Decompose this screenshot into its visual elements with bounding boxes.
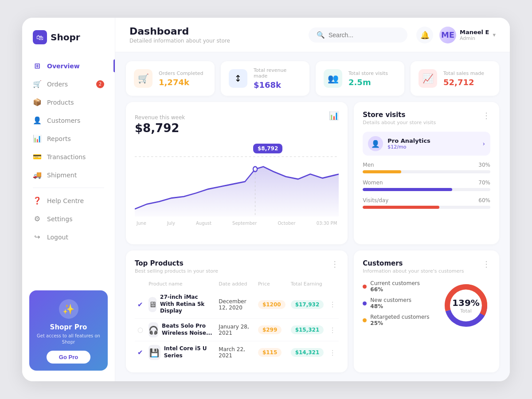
- top-products-sub: Best selling products in your store: [135, 268, 218, 274]
- chart-x-labels: JuneJulyAugustSeptemberOctober03:30 PM: [135, 221, 339, 226]
- search-bar[interactable]: 🔍: [309, 27, 407, 43]
- row-menu[interactable]: ⋮: [326, 341, 339, 364]
- customers-sub: Information about your store's customers: [363, 268, 464, 274]
- avatar: ME: [439, 27, 456, 43]
- sidebar-item-label: Shipment: [47, 172, 77, 179]
- mid-row: Revenue this week $8,792 📊: [115, 96, 510, 244]
- badge-orders: 2: [96, 80, 104, 88]
- table-col-header: Total Earning: [288, 279, 327, 290]
- check-icon: ✔: [137, 348, 143, 356]
- chart-x-label: September: [232, 221, 257, 226]
- pro-analytics-price: $12/mo: [387, 144, 430, 150]
- customers-icon: 👤: [33, 116, 42, 125]
- sidebar-item-reports[interactable]: 📊 Reports: [22, 129, 115, 148]
- notifications-bell[interactable]: 🔔: [416, 27, 433, 43]
- user-info: Maneel E Admin: [460, 29, 489, 41]
- bar-track: [363, 206, 490, 209]
- customers-card: Customers Information about your store's…: [354, 250, 499, 372]
- products-menu-icon[interactable]: ⋮: [331, 259, 339, 269]
- sidebar-item-transactions[interactable]: 💳 Transactions: [22, 148, 115, 166]
- logout-icon: ↪: [33, 233, 42, 241]
- row-check: ✔: [135, 341, 146, 364]
- store-visits-sub: Details about your store visits: [363, 120, 436, 125]
- donut-area: Current customers 66% New customers 48% …: [363, 280, 490, 331]
- row-menu-icon[interactable]: ⋮: [329, 348, 336, 357]
- legend-label: Retargeted customers: [370, 314, 429, 320]
- row-price: $299: [255, 319, 288, 341]
- logo-icon: 🛍: [33, 30, 47, 44]
- shipment-icon: 🚚: [33, 171, 42, 179]
- nav-divider: [33, 188, 104, 188]
- product-thumbnail: 💾: [149, 345, 160, 360]
- store-visits-title: Store visits: [363, 111, 436, 119]
- stat-card: ↕ Total revenue made $168k: [221, 61, 309, 96]
- row-menu-icon[interactable]: ⋮: [329, 300, 336, 309]
- help-icon: ❓: [33, 196, 42, 205]
- settings-icon: ⚙: [33, 215, 42, 223]
- row-earning: $15,321: [288, 319, 327, 341]
- bar-track: [363, 188, 490, 191]
- legend-item: Current customers 66%: [363, 280, 434, 293]
- revenue-label: Revenue this week: [135, 114, 185, 121]
- sidebar-item-orders[interactable]: 🛒 Orders 2: [22, 75, 115, 93]
- bar-row: Men 30%: [363, 162, 490, 173]
- donut-chart: 139% Total: [442, 281, 490, 330]
- stat-card: 📈 Total sales made 52,712: [411, 61, 499, 96]
- go-pro-button[interactable]: Go Pro: [47, 351, 90, 364]
- sidebar-item-logout[interactable]: ↪ Logout: [22, 228, 115, 246]
- logo: 🛍 Shopr: [22, 30, 115, 57]
- table-col-header: [135, 279, 146, 290]
- customers-menu-icon[interactable]: ⋮: [482, 259, 490, 269]
- row-date: March 22, 2021: [216, 341, 255, 364]
- pro-icon: ✨: [59, 299, 78, 319]
- stat-label: Total store visits: [348, 70, 388, 76]
- user-avatar-block[interactable]: ME Maneel E Admin ▾: [439, 27, 496, 43]
- row-menu[interactable]: ⋮: [326, 290, 339, 318]
- header-title-block: Dashboard Detailed information about you…: [129, 26, 309, 44]
- sidebar-item-label: Help Centre: [47, 197, 84, 204]
- table-row: ✔ 💾 Intel Core i5 U Series March 22, 202…: [135, 341, 339, 364]
- store-visits-card: Store visits Details about your store vi…: [354, 102, 499, 244]
- row-menu-icon[interactable]: ⋮: [329, 326, 336, 334]
- bar-label: Visits/day: [363, 197, 388, 203]
- stat-value: 1,274k: [159, 78, 203, 87]
- bot-row: Top Products Best selling products in yo…: [115, 244, 510, 381]
- sidebar-item-help[interactable]: ❓ Help Centre: [22, 192, 115, 210]
- visits-menu-icon[interactable]: ⋮: [482, 111, 490, 120]
- row-earning: $17,932: [288, 290, 327, 318]
- legend-percent: 48%: [370, 303, 411, 309]
- sidebar-item-products[interactable]: 📦 Products: [22, 93, 115, 111]
- legend-dot: [363, 318, 367, 322]
- legend-percent: 25%: [370, 320, 429, 326]
- legend-item: Retargeted customers 25%: [363, 314, 434, 326]
- sidebar-item-label: Overview: [47, 63, 80, 70]
- overview-icon: ⊞: [33, 62, 42, 70]
- row-earning: $14,321: [288, 341, 327, 364]
- earning-badge: $15,321: [291, 325, 324, 334]
- sidebar-item-overview[interactable]: ⊞ Overview: [22, 57, 115, 75]
- bar-track: [363, 170, 490, 173]
- donut-legend: Current customers 66% New customers 48% …: [363, 280, 434, 331]
- sidebar-item-shipment[interactable]: 🚚 Shipment: [22, 166, 115, 184]
- legend-item: New customers 48%: [363, 297, 434, 309]
- price-badge: $299: [258, 325, 282, 334]
- sidebar-item-settings[interactable]: ⚙ Settings: [22, 210, 115, 228]
- pro-description: Get access to all features on Shopr: [36, 333, 101, 345]
- stat-label: Orders Completed: [159, 70, 203, 76]
- legend-label: Current customers: [370, 280, 420, 286]
- chart-x-label: June: [137, 221, 146, 226]
- row-check: ✔: [135, 290, 146, 318]
- sidebar-item-label: Products: [47, 99, 74, 106]
- orders-icon: 🛒: [33, 80, 42, 88]
- pro-analytics-widget[interactable]: 👤 Pro Analytics $12/mo ›: [363, 132, 490, 156]
- table-col-header: Date added: [216, 279, 255, 290]
- chart-menu-icon[interactable]: 📊: [329, 111, 339, 120]
- chart-x-label: 03:30 PM: [317, 221, 337, 226]
- row-menu[interactable]: ⋮: [326, 319, 339, 341]
- bar-label: Men: [363, 162, 374, 168]
- table-col-header: Product name: [146, 279, 216, 290]
- sidebar-item-label: Transactions: [47, 153, 86, 160]
- search-input[interactable]: [329, 31, 399, 39]
- sidebar-item-customers[interactable]: 👤 Customers: [22, 111, 115, 129]
- chevron-right-icon: ›: [482, 140, 485, 147]
